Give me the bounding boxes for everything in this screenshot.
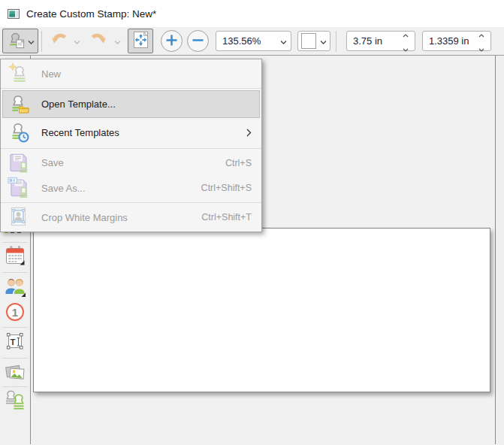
undo-history-button[interactable] [72,29,82,53]
menu-item-shortcut: Ctrl+S [225,158,252,168]
stamp-template-menu-button[interactable] [2,29,38,53]
sidebar-separator [2,327,28,328]
toolbar: 135.56% 3.75 in 1.3359 i [0,27,504,56]
menu-item-label: Crop White Margins [41,212,128,223]
pan-icon [131,30,150,52]
calendar-icon [4,244,26,270]
titlebar: Create Custom Stamp: New* [0,0,504,27]
zoom-level-combo[interactable]: 135.56% [216,31,291,51]
save-as-icon [8,177,30,199]
number-glyph: 1 [12,306,18,319]
plus-circle-icon [165,34,178,49]
sidebar-separator [2,358,28,359]
menu-item-recent-templates[interactable]: Recent Templates [1,118,261,147]
chevron-down-icon [320,35,327,47]
window-title: Create Custom Stamp: New* [26,8,156,20]
redo-history-button[interactable] [113,29,122,53]
spin-up-icon[interactable] [403,29,409,40]
sidebar-separator [2,272,28,273]
menu-item-save-as[interactable]: Save As... Ctrl+Shift+S [1,175,261,201]
save-icon [8,152,30,174]
toolbar-separator [336,31,337,52]
people-icon [4,274,26,300]
spin-down-icon[interactable] [478,43,484,54]
redo-button[interactable] [86,29,113,53]
zoom-in-button[interactable] [161,30,183,52]
menu-separator [1,148,261,149]
text-field-icon: T [4,330,26,355]
stamp-page[interactable] [33,228,490,392]
chevron-down-icon [280,35,287,47]
sidebar-item-add-text[interactable]: T [4,330,26,355]
stamp-template-menu: New Open Template... [0,59,262,232]
app-icon [8,8,20,20]
redo-icon [88,30,110,52]
create-custom-stamp-dialog: Create Custom Stamp: New* [0,0,504,445]
sidebar-item-add-stamp[interactable] [4,389,26,413]
sidebar-separator [2,386,28,387]
crop-margins-icon [8,206,30,229]
minus-circle-icon [192,34,204,49]
submenu-arrow-icon [246,129,252,137]
stamps-icon [4,389,26,414]
menu-item-label: New [41,68,61,80]
undo-icon [47,30,70,52]
menu-item-new[interactable]: New [1,61,261,86]
sidebar-item-add-number[interactable]: 1 [4,301,26,325]
canvas-right-gutter [496,56,504,444]
text-glyph: T [10,338,15,347]
spin-down-icon[interactable] [403,43,409,54]
sidebar-item-add-image[interactable] [4,361,26,386]
number-circle-icon: 1 [4,301,26,325]
menu-item-crop-white-margins[interactable]: Crop White Margins Ctrl+Shift+T [1,204,261,230]
menu-separator [1,202,261,203]
stamp-new-icon [8,62,30,85]
undo-button[interactable] [45,29,72,53]
stamp-height-spinner[interactable]: 1.3359 in [422,31,491,51]
menu-item-label: Open Template... [41,98,116,110]
zoom-level-value: 135.56% [222,35,280,47]
menu-item-label: Save As... [41,183,86,194]
menu-item-label: Recent Templates [41,127,119,138]
spin-up-icon[interactable] [478,29,484,40]
menu-item-label: Save [41,157,64,168]
color-picker-combo[interactable] [297,31,330,51]
menu-item-shortcut: Ctrl+Shift+S [201,183,252,193]
menu-item-save[interactable]: Save Ctrl+S [1,150,261,175]
chevron-down-icon [114,35,121,47]
image-icon [4,361,26,386]
sidebar-item-add-names[interactable] [4,274,26,299]
stamp-open-icon [8,93,30,116]
sidebar-item-add-date[interactable] [4,244,26,269]
pan-mode-button[interactable] [128,29,153,53]
stamp-tool-icon [6,30,26,53]
sidebar-separator [2,242,28,243]
toolbar-separator [41,31,42,52]
stamp-width-value: 3.75 in [353,35,400,47]
stamp-recent-icon [8,121,30,144]
color-swatch [301,33,316,49]
chevron-down-icon [28,35,35,47]
menu-item-shortcut: Ctrl+Shift+T [201,212,252,222]
stamp-height-value: 1.3359 in [429,35,476,47]
menu-separator [1,88,261,89]
zoom-out-button[interactable] [187,30,209,52]
chevron-down-icon [74,35,80,47]
stamp-width-spinner[interactable]: 3.75 in [346,31,415,51]
menu-item-open-template[interactable]: Open Template... [2,90,260,118]
